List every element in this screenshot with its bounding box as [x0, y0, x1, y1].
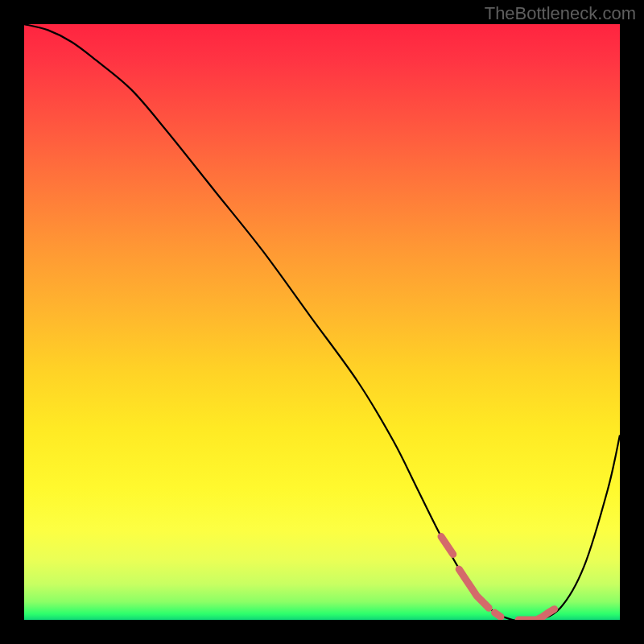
highlight-markers — [441, 536, 555, 620]
highlight-segment — [459, 569, 489, 608]
curve-svg — [24, 24, 620, 620]
highlight-segment — [441, 536, 453, 554]
highlight-segment — [518, 609, 554, 620]
highlight-segment — [495, 613, 501, 617]
plot-area — [24, 24, 620, 620]
chart-container: TheBottleneck.com — [0, 0, 644, 644]
watermark-text: TheBottleneck.com — [485, 3, 636, 24]
bottleneck-curve — [24, 24, 620, 620]
